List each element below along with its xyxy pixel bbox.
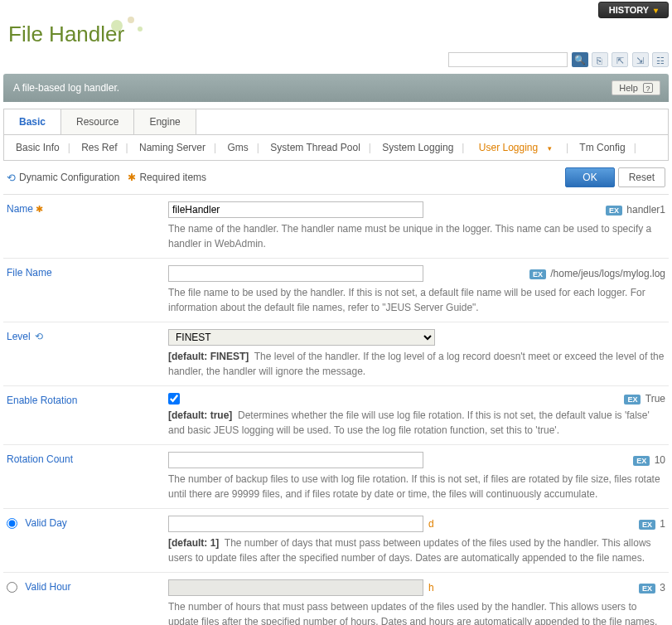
sub-nav: Basic Info| Res Ref| Naming Server| Gms|… xyxy=(3,135,669,161)
rotation-count-input[interactable] xyxy=(168,452,423,468)
label-name: Name ✱ xyxy=(7,201,168,251)
label-valid-hour[interactable]: Valid Hour xyxy=(7,579,168,625)
example-badge: EX xyxy=(529,269,546,279)
history-button[interactable]: HISTORY ▾ xyxy=(598,2,669,18)
tab-basic[interactable]: Basic xyxy=(4,109,61,134)
example-rotation: True xyxy=(645,393,665,405)
required-star-icon: ✱ xyxy=(36,204,43,214)
description-text: A file-based log handler. xyxy=(13,82,119,94)
decorative-bubbles xyxy=(111,17,143,34)
export-icon-4[interactable]: ☷ xyxy=(652,52,669,67)
required-star-icon: ✱ xyxy=(128,172,136,183)
example-name: handler1 xyxy=(626,204,665,216)
label-enable-rotation: Enable Rotation xyxy=(7,393,168,438)
dynamic-config-label: Dynamic Configuration xyxy=(19,172,119,183)
refresh-icon[interactable]: ⟲ xyxy=(7,172,16,184)
subnav-system-logging[interactable]: System Logging xyxy=(379,142,457,153)
label-valid-day[interactable]: Valid Day xyxy=(7,516,168,565)
example-badge: EX xyxy=(606,206,622,216)
subnav-res-ref[interactable]: Res Ref xyxy=(78,142,120,153)
example-rotation-count: 10 xyxy=(655,454,665,466)
subnav-system-thread-pool[interactable]: System Thread Pool xyxy=(267,142,364,153)
label-level: Level ⟲ xyxy=(7,329,168,379)
label-file-name: File Name xyxy=(7,265,168,315)
reset-button[interactable]: Reset xyxy=(618,167,665,187)
subnav-gms[interactable]: Gms xyxy=(225,142,252,153)
valid-day-input[interactable] xyxy=(168,516,423,532)
tab-bar: Basic Resource Engine xyxy=(3,109,669,135)
subnav-naming-server[interactable]: Naming Server xyxy=(136,142,209,153)
example-badge: EX xyxy=(633,456,650,466)
subnav-user-logging[interactable]: User Logging ▾ xyxy=(472,142,561,153)
valid-day-radio[interactable] xyxy=(7,518,17,529)
file-name-input[interactable] xyxy=(168,265,423,282)
refresh-icon[interactable]: ⟲ xyxy=(35,331,43,342)
subnav-tm-config[interactable]: Tm Config xyxy=(576,142,628,153)
label-rotation-count: Rotation Count xyxy=(7,452,168,501)
example-badge: EX xyxy=(639,584,655,594)
desc-level: [default: FINEST] The level of the handl… xyxy=(168,349,665,379)
desc-rotation-count: The number of backup files to use with l… xyxy=(168,472,665,501)
level-select[interactable]: FINEST xyxy=(168,329,435,346)
help-button[interactable]: Help ? xyxy=(612,80,660,95)
search-icon[interactable]: 🔍 xyxy=(572,52,588,67)
desc-name: The name of the handler. The handler nam… xyxy=(168,221,665,251)
tab-resource[interactable]: Resource xyxy=(61,109,134,134)
page-title: File Handler xyxy=(3,22,669,47)
desc-valid-hour: The number of hours that must pass betwe… xyxy=(168,599,665,625)
name-input[interactable] xyxy=(168,201,423,218)
unit-day: d xyxy=(428,518,434,530)
chevron-down-icon: ▾ xyxy=(654,6,658,15)
search-input[interactable] xyxy=(448,52,568,67)
valid-hour-input[interactable] xyxy=(168,579,423,596)
enable-rotation-checkbox[interactable] xyxy=(168,393,180,405)
subnav-basic-info[interactable]: Basic Info xyxy=(12,142,63,153)
export-icon-3[interactable]: ⇲ xyxy=(632,52,649,67)
required-label: Required items xyxy=(139,172,206,183)
example-badge: EX xyxy=(639,520,655,530)
help-icon: ? xyxy=(643,83,653,93)
chevron-down-icon: ▾ xyxy=(544,144,555,153)
desc-valid-day: [default: 1] The number of days that mus… xyxy=(168,535,665,565)
example-valid-hour: 3 xyxy=(660,582,665,594)
tab-engine[interactable]: Engine xyxy=(134,109,196,134)
description-bar: A file-based log handler. Help ? xyxy=(3,74,669,102)
unit-hour: h xyxy=(428,582,434,594)
example-file-name: /home/jeus/logs/mylog.log xyxy=(550,268,665,279)
ok-button[interactable]: OK xyxy=(565,167,614,187)
example-badge: EX xyxy=(624,395,641,405)
example-valid-day: 1 xyxy=(660,518,665,530)
valid-hour-radio[interactable] xyxy=(7,582,17,593)
desc-file-name: The file name to be used by the handler.… xyxy=(168,285,665,315)
export-icon-1[interactable]: ⎘ xyxy=(592,52,608,67)
export-icon-2[interactable]: ⇱ xyxy=(612,52,628,67)
desc-enable-rotation: [default: true] Determines whether the f… xyxy=(168,408,665,438)
history-label: HISTORY xyxy=(609,5,649,15)
